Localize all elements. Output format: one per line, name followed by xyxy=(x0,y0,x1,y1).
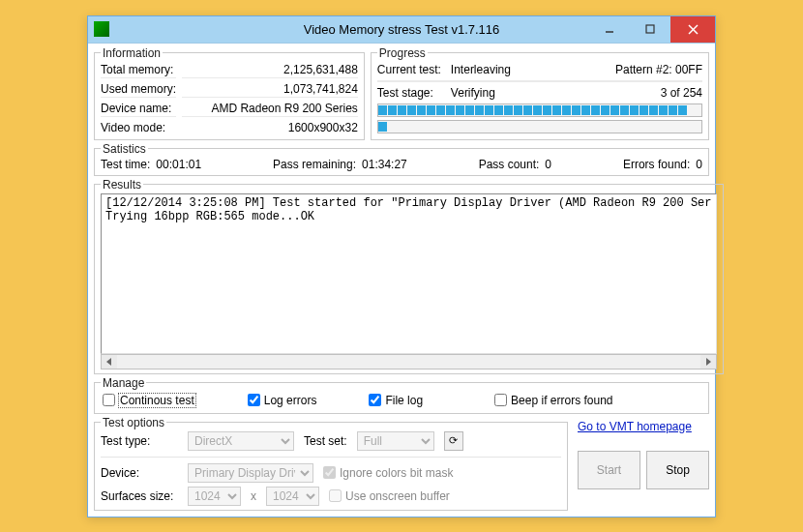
manage-legend: Manage xyxy=(101,376,146,390)
device-select[interactable]: Primary Display Drive xyxy=(188,463,313,483)
progress-group: Progress Current test: Interleaving Patt… xyxy=(371,46,709,140)
titlebar[interactable]: Video Memory stress Test v1.7.116 xyxy=(88,16,715,44)
start-button[interactable]: Start xyxy=(578,451,640,489)
pattern-label: Pattern #2: 00FF xyxy=(615,62,702,77)
test-set-label: Test set: xyxy=(304,434,347,448)
file-log-checkbox[interactable]: File log xyxy=(369,394,423,407)
results-textarea[interactable]: [12/12/2014 3:25:08 PM] Test started for… xyxy=(101,193,717,354)
device-label: Device: xyxy=(101,466,178,480)
beep-label: Beep if errors found xyxy=(511,394,612,407)
surfaces-sep: x xyxy=(251,489,256,503)
pass-remaining-value: 01:34:27 xyxy=(362,158,407,171)
minimize-button[interactable] xyxy=(589,16,630,43)
information-legend: Information xyxy=(101,46,163,60)
used-memory-label: Used memory: xyxy=(101,81,176,98)
onscreen-buffer-checkbox[interactable]: Use onscreen buffer xyxy=(329,489,450,503)
test-stage-label: Test stage: xyxy=(377,85,441,101)
ignore-colors-checkbox[interactable]: Ignore colors bit mask xyxy=(323,466,453,480)
scroll-right-icon[interactable] xyxy=(700,355,716,369)
test-options-legend: Test options xyxy=(101,416,166,429)
progress-bar-2 xyxy=(377,120,702,133)
results-legend: Results xyxy=(101,178,143,192)
continuous-test-label: Continous test xyxy=(119,394,195,407)
errors-found-label: Errors found: xyxy=(623,158,690,171)
current-test-value: Interleaving xyxy=(451,62,606,77)
onscreen-label: Use onscreen buffer xyxy=(345,489,450,503)
app-icon xyxy=(94,21,109,37)
surfaces-size-label: Surfaces size: xyxy=(101,489,178,503)
test-options-group: Test options Test type: DirectX Test set… xyxy=(94,416,568,511)
device-name-value: AMD Radeon R9 200 Series xyxy=(182,101,358,117)
pass-count-value: 0 xyxy=(545,158,551,171)
refresh-button[interactable]: ⟳ xyxy=(444,431,463,451)
test-stage-value: Verifying xyxy=(451,85,606,101)
progress-bar-1 xyxy=(377,103,702,117)
progress-legend: Progress xyxy=(377,46,428,60)
scroll-left-icon[interactable] xyxy=(102,355,117,369)
used-memory-value: 1,073,741,824 xyxy=(182,81,358,98)
pass-remaining-label: Pass remaining: xyxy=(273,158,356,171)
results-group: Results [12/12/2014 3:25:08 PM] Test sta… xyxy=(94,178,724,374)
test-time-label: Test time: xyxy=(101,158,150,171)
video-mode-label: Video mode: xyxy=(101,120,176,135)
svg-rect-1 xyxy=(646,25,654,33)
test-set-select[interactable]: Full xyxy=(357,431,434,451)
total-memory-value: 2,125,631,488 xyxy=(182,62,358,78)
surface-height-select[interactable]: 1024 xyxy=(266,487,319,506)
homepage-link[interactable]: Go to VMT homepage xyxy=(578,420,709,433)
log-errors-checkbox[interactable]: Log errors xyxy=(248,394,317,407)
information-group: Information Total memory: 2,125,631,488 … xyxy=(94,46,365,140)
test-time-value: 00:01:01 xyxy=(156,158,201,171)
close-button[interactable] xyxy=(670,16,715,43)
statistics-legend: Satistics xyxy=(101,142,148,156)
refresh-icon: ⟳ xyxy=(449,434,458,447)
pass-count-label: Pass count: xyxy=(479,158,540,171)
maximize-button[interactable] xyxy=(630,16,670,43)
current-test-label: Current test: xyxy=(377,62,441,77)
file-log-label: File log xyxy=(385,394,423,407)
test-type-select[interactable]: DirectX xyxy=(188,431,294,451)
video-mode-value: 1600x900x32 xyxy=(182,120,358,135)
results-hscrollbar[interactable] xyxy=(101,354,717,369)
test-type-label: Test type: xyxy=(101,434,178,448)
log-errors-label: Log errors xyxy=(264,394,317,407)
stop-button[interactable]: Stop xyxy=(646,451,709,489)
device-name-label: Device name: xyxy=(101,101,176,117)
ignore-colors-label: Ignore colors bit mask xyxy=(340,466,453,480)
stage-count: 3 of 254 xyxy=(615,85,702,101)
errors-found-value: 0 xyxy=(696,158,702,171)
manage-group: Manage Continous test Log errors File lo… xyxy=(94,376,709,414)
statistics-group: Satistics Test time:00:01:01 Pass remain… xyxy=(94,142,709,176)
svg-marker-5 xyxy=(706,358,711,366)
app-window: Video Memory stress Test v1.7.116 Inform… xyxy=(87,15,716,517)
continuous-test-checkbox[interactable]: Continous test xyxy=(103,394,195,407)
beep-checkbox[interactable]: Beep if errors found xyxy=(494,394,612,407)
total-memory-label: Total memory: xyxy=(101,62,176,78)
surface-width-select[interactable]: 1024 xyxy=(188,487,241,506)
svg-marker-4 xyxy=(106,358,111,366)
